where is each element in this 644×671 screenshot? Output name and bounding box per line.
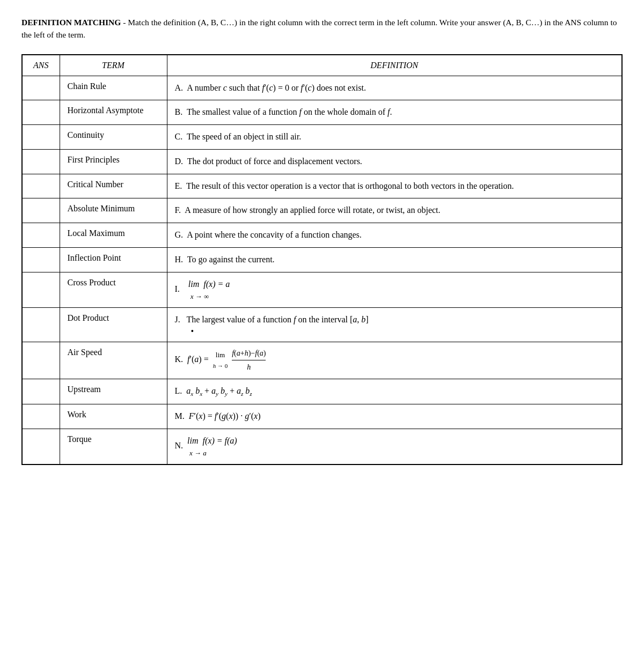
def-cell: A. A number c such that f′(c) = 0 or f′(… (167, 76, 622, 100)
term-cell: Torque (60, 429, 167, 464)
def-content: N. lim f(x) = f(a) x → a (175, 441, 237, 450)
def-label: M. (175, 411, 189, 421)
def-cell: K. f′(a) = lim h → 0 f(a+h)−f(a) h (167, 342, 622, 379)
def-content: M. F′(x) = f′(g(x)) · g′(x) (175, 411, 261, 421)
def-cell: I. lim f(x) = a x → ∞ (167, 272, 622, 307)
def-label: L. (175, 386, 187, 395)
ans-cell[interactable] (22, 272, 60, 307)
term-cell: Inflection Point (60, 248, 167, 272)
def-label: G. (175, 230, 187, 239)
def-content: G. A point where the concavity of a func… (175, 230, 362, 239)
def-content: A. A number c such that f′(c) = 0 or f′(… (175, 83, 366, 92)
term-cell: Work (60, 404, 167, 429)
def-cell: B. The smallest value of a function f on… (167, 100, 622, 125)
ans-cell[interactable] (22, 125, 60, 150)
def-label: J. (175, 315, 187, 324)
table-row: WorkM. F′(x) = f′(g(x)) · g′(x) (22, 404, 622, 429)
def-content: I. lim f(x) = a x → ∞ (175, 284, 230, 293)
ans-cell[interactable] (22, 342, 60, 379)
term-cell: Horizontal Asymptote (60, 100, 167, 125)
def-cell: H. To go against the current. (167, 248, 622, 272)
table-row: Critical NumberE. The result of this vec… (22, 174, 622, 198)
table-row: Chain RuleA. A number c such that f′(c) … (22, 76, 622, 100)
table-row: First PrinciplesD. The dot product of fo… (22, 149, 622, 174)
def-cell: E. The result of this vector operation i… (167, 174, 622, 198)
def-label: A. (175, 83, 187, 92)
term-cell: Absolute Minimum (60, 198, 167, 223)
def-cell: M. F′(x) = f′(g(x)) · g′(x) (167, 404, 622, 429)
instructions-bold: DEFINITION MATCHING (21, 18, 121, 27)
def-cell: L. ax bx + ay by + az bz (167, 379, 622, 404)
ans-cell[interactable] (22, 379, 60, 404)
def-content: H. To go against the current. (175, 255, 275, 264)
def-label: K. (175, 355, 188, 364)
table-row: UpstreamL. ax bx + ay by + az bz (22, 379, 622, 404)
def-label: C. (175, 132, 187, 141)
def-content: F. A measure of how strongly an applied … (175, 205, 441, 215)
def-content: E. The result of this vector operation i… (175, 181, 514, 190)
table-row: ContinuityC. The speed of an object in s… (22, 125, 622, 150)
matching-table: ANS TERM DEFINITION Chain RuleA. A numbe… (21, 54, 623, 465)
def-content: J. The largest value of a function f on … (175, 315, 369, 324)
def-label: H. (175, 255, 187, 264)
ans-cell[interactable] (22, 248, 60, 272)
term-cell: Critical Number (60, 174, 167, 198)
def-content: C. The speed of an object in still air. (175, 132, 302, 141)
table-row: Air SpeedK. f′(a) = lim h → 0 f(a+h)−f(a… (22, 342, 622, 379)
term-cell: Local Maximum (60, 223, 167, 248)
def-label: F. (175, 205, 185, 215)
table-row: Absolute MinimumF. A measure of how stro… (22, 198, 622, 223)
ans-cell[interactable] (22, 223, 60, 248)
ans-cell[interactable] (22, 307, 60, 342)
header-ans: ANS (22, 55, 60, 76)
def-content: K. f′(a) = lim h → 0 f(a+h)−f(a) h (175, 355, 266, 364)
def-label: D. (175, 157, 187, 166)
ans-cell[interactable] (22, 76, 60, 100)
table-row: Horizontal AsymptoteB. The smallest valu… (22, 100, 622, 125)
def-content: L. ax bx + ay by + az bz (175, 386, 252, 395)
table-row: Local MaximumG. A point where the concav… (22, 223, 622, 248)
term-cell: Continuity (60, 125, 167, 150)
ans-cell[interactable] (22, 149, 60, 174)
ans-cell[interactable] (22, 404, 60, 429)
header-definition: DEFINITION (167, 55, 622, 76)
ans-cell[interactable] (22, 174, 60, 198)
ans-cell[interactable] (22, 198, 60, 223)
def-content: D. The dot product of force and displace… (175, 157, 362, 166)
def-cell: D. The dot product of force and displace… (167, 149, 622, 174)
def-cell: J. The largest value of a function f on … (167, 307, 622, 342)
term-cell: Upstream (60, 379, 167, 404)
term-cell: Air Speed (60, 342, 167, 379)
def-content: B. The smallest value of a function f on… (175, 107, 392, 116)
def-label: I. (175, 284, 188, 293)
table-row: Dot ProductJ. The largest value of a fun… (22, 307, 622, 342)
def-label: B. (175, 107, 187, 116)
def-cell: G. A point where the concavity of a func… (167, 223, 622, 248)
def-cell: F. A measure of how strongly an applied … (167, 198, 622, 223)
table-row: Inflection PointH. To go against the cur… (22, 248, 622, 272)
header-term: TERM (60, 55, 167, 76)
ans-cell[interactable] (22, 100, 60, 125)
term-cell: Dot Product (60, 307, 167, 342)
term-cell: Chain Rule (60, 76, 167, 100)
def-cell: N. lim f(x) = f(a) x → a (167, 429, 622, 464)
term-cell: Cross Product (60, 272, 167, 307)
ans-cell[interactable] (22, 429, 60, 464)
instructions: DEFINITION MATCHING - Match the definiti… (21, 16, 623, 41)
table-header-row: ANS TERM DEFINITION (22, 55, 622, 76)
term-cell: First Principles (60, 149, 167, 174)
def-label: E. (175, 181, 186, 190)
table-row: Cross ProductI. lim f(x) = a x → ∞ (22, 272, 622, 307)
table-row: TorqueN. lim f(x) = f(a) x → a (22, 429, 622, 464)
def-label: N. (175, 441, 188, 450)
def-cell: C. The speed of an object in still air. (167, 125, 622, 150)
